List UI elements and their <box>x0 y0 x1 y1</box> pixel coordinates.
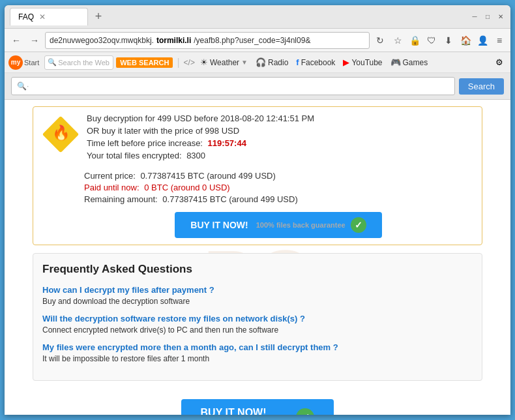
code-icon: </> <box>184 58 195 67</box>
current-price-line: Current price: 0.77387415 BTC (around 49… <box>84 171 473 181</box>
youtube-icon: ▶ <box>343 57 349 67</box>
remaining-label: Remaining amount: <box>84 194 158 204</box>
main-search-input[interactable]: 🔍 · <box>11 77 455 95</box>
paid-value: 0 BTC (around 0 USD) <box>144 183 230 192</box>
current-price-value: 0.77387415 BTC (around 499 USD) <box>140 171 275 181</box>
web-search-button[interactable]: WEB SEARCH <box>116 57 173 68</box>
ransom-line-2: OR buy it later with the price of 998 US… <box>84 126 473 136</box>
bottom-buy-label: BUY IT NOW! <box>201 407 267 415</box>
paid-label: Paid until now: <box>84 183 140 192</box>
tab-close-button[interactable]: ✕ <box>38 12 47 22</box>
browser-tab[interactable]: FAQ ✕ <box>10 8 88 25</box>
url-box[interactable]: de2nuvwegoo32oqv.mwqkbkj.tormilki.li/yea… <box>45 32 370 49</box>
facebook-icon: f <box>296 57 299 67</box>
url-path: /yeafb8.php?user_code=3j4nl09& <box>194 36 310 45</box>
toolbar-icons: ☆ 🔒 🛡 ⬇ 🏠 👤 ≡ <box>390 33 507 48</box>
ransom-line-1: Buy decryption for 499 USD before 2018-0… <box>84 113 473 123</box>
faq-item-1: How can I decrypt my files after payment… <box>42 285 473 306</box>
bookmark-games[interactable]: 🎮 Games <box>388 56 431 68</box>
maximize-button[interactable]: □ <box>483 12 492 22</box>
separator: | <box>177 57 179 68</box>
mystart-label: Start <box>24 59 39 67</box>
faq-title: Frequently Asked Questions <box>42 263 473 276</box>
tab-title: FAQ <box>18 12 34 22</box>
browser-window: FAQ ✕ + ─ □ ✕ ← → de2nuvwegoo32oqv.mwqkb… <box>5 5 510 415</box>
search-icon: 🔍 <box>48 58 57 67</box>
close-button[interactable]: ✕ <box>496 12 505 22</box>
faq-answer-2: Connect encrypted network drive(s) to PC… <box>42 325 473 335</box>
radio-icon: 🎧 <box>256 57 266 67</box>
remaining-value: 0.77387415 BTC (around 499 USD) <box>162 194 297 204</box>
bookmarks-search-input[interactable]: Search the Web <box>58 59 110 67</box>
new-tab-button[interactable]: + <box>91 9 106 25</box>
window-controls: ─ □ ✕ <box>470 12 505 22</box>
title-bar: FAQ ✕ + ─ □ ✕ <box>5 5 510 29</box>
weather-label: Weather <box>210 58 239 67</box>
faq-question-2[interactable]: Will the decryption software restore my … <box>42 314 473 323</box>
bookmark-facebook[interactable]: f Facebook <box>293 56 338 68</box>
svg-text:🔥: 🔥 <box>52 124 70 142</box>
search-cursor: · <box>27 82 29 91</box>
main-search-bar: 🔍 · Search <box>5 73 510 100</box>
bookmark-star-icon[interactable]: ☆ <box>390 33 405 48</box>
back-button[interactable]: ← <box>8 33 24 48</box>
address-bar: ← → de2nuvwegoo32oqv.mwqkbkj.tormilki.li… <box>5 29 510 52</box>
remaining-line: Remaining amount: 0.77387415 BTC (around… <box>84 194 473 204</box>
lock-icon[interactable]: 🔒 <box>407 33 422 48</box>
timer-value: 119:57:44 <box>208 138 246 148</box>
files-value: 8300 <box>186 151 205 160</box>
minimize-button[interactable]: ─ <box>470 12 479 22</box>
bookmarks-bar: my Start 🔍 Search the Web WEB SEARCH | <… <box>5 52 510 73</box>
bookmarks-search-bar[interactable]: 🔍 Search the Web <box>44 55 113 70</box>
page-content: PC 🔥 Buy decryption for 499 USD before 2… <box>5 100 510 415</box>
games-icon: 🎮 <box>390 57 401 67</box>
faq-answer-1: Buy and download the decryption software <box>42 297 473 306</box>
faq-section: Frequently Asked Questions How can I dec… <box>33 253 482 381</box>
radio-label: Radio <box>268 58 288 67</box>
guarantee-text: 100% files back guarantee <box>256 221 346 229</box>
mystart-logo: my Start <box>8 55 39 70</box>
bottom-buy-container: BUY IT NOW! 100% files back guarantee ✓ <box>33 391 482 415</box>
faq-item-2: Will the decryption software restore my … <box>42 314 473 335</box>
files-label: Your total files encrypted: <box>87 151 182 160</box>
search-icon: 🔍 <box>17 82 27 91</box>
mystart-icon: my <box>8 55 23 70</box>
bookmarks-settings-button[interactable]: ⚙ <box>492 55 507 70</box>
shield-icon[interactable]: 🛡 <box>424 33 439 48</box>
forward-button[interactable]: → <box>27 33 42 48</box>
faq-question-1[interactable]: How can I decrypt my files after payment… <box>42 285 473 295</box>
faq-question-3[interactable]: My files were encrypted more then a mont… <box>42 342 473 352</box>
weather-dropdown-icon: ▼ <box>241 59 248 66</box>
timer-label: Time left before price increase: <box>87 138 203 148</box>
content-wrapper: PC 🔥 Buy decryption for 499 USD before 2… <box>23 100 492 415</box>
bookmark-radio[interactable]: 🎧 Radio <box>253 56 291 68</box>
search-button[interactable]: Search <box>459 78 504 95</box>
home-icon[interactable]: 🏠 <box>458 33 473 48</box>
url-text: de2nuvwegoo32oqv.mwqkbkj. <box>50 36 154 45</box>
games-label: Games <box>403 58 428 67</box>
warning-icon: 🔥 <box>42 116 79 155</box>
bookmark-youtube[interactable]: ▶ YouTube <box>340 56 385 68</box>
current-price-label: Current price: <box>84 171 136 181</box>
ransom-prices: Current price: 0.77387415 BTC (around 49… <box>84 167 473 204</box>
download-icon[interactable]: ⬇ <box>441 33 456 48</box>
buy-now-label: BUY IT NOW! <box>190 220 248 230</box>
ransom-info: Buy decryption for 499 USD before 2018-0… <box>84 113 473 238</box>
person-icon[interactable]: 👤 <box>475 33 490 48</box>
menu-icon[interactable]: ≡ <box>492 33 507 48</box>
refresh-button[interactable]: ↻ <box>372 33 388 48</box>
check-circle-icon: ✓ <box>351 217 366 233</box>
faq-answer-3: It will be impossible to restore files a… <box>42 354 473 363</box>
weather-icon: ☀ <box>200 57 208 67</box>
faq-item-3: My files were encrypted more then a mont… <box>42 342 473 363</box>
paid-line: Paid until now: 0 BTC (around 0 USD) <box>84 183 473 192</box>
bottom-check-circle-icon: ✓ <box>296 408 314 415</box>
bookmark-weather[interactable]: ☀ Weather ▼ <box>198 56 250 68</box>
buy-btn-container: BUY IT NOW! 100% files back guarantee ✓ <box>84 212 473 238</box>
ransom-files-line: Your total files encrypted: 8300 <box>84 151 473 160</box>
bottom-btn-inner: BUY IT NOW! 100% files back guarantee <box>201 407 290 415</box>
bottom-buy-button[interactable]: BUY IT NOW! 100% files back guarantee ✓ <box>181 399 334 415</box>
ransom-timer-line: Time left before price increase: 119:57:… <box>84 138 473 148</box>
url-host: tormilki.li <box>156 36 191 45</box>
buy-now-button[interactable]: BUY IT NOW! 100% files back guarantee ✓ <box>175 212 381 238</box>
